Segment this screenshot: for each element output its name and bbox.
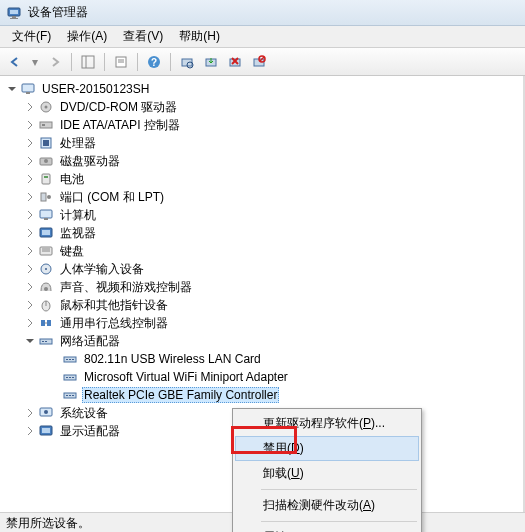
tree-category-label: 通用串行总线控制器 xyxy=(58,314,170,333)
ctx-scan[interactable]: 扫描检测硬件改动(A) xyxy=(235,493,419,518)
svg-rect-50 xyxy=(42,341,44,342)
svg-rect-20 xyxy=(22,84,34,92)
expand-icon[interactable] xyxy=(24,173,36,185)
expand-icon[interactable] xyxy=(24,281,36,293)
status-text: 禁用所选设备。 xyxy=(6,516,90,530)
scan-hardware-button[interactable] xyxy=(176,51,198,73)
ctx-properties[interactable]: 属性(R) xyxy=(235,525,419,532)
category-icon xyxy=(38,279,54,295)
expand-icon[interactable] xyxy=(24,191,36,203)
tree-category-label: IDE ATA/ATAPI 控制器 xyxy=(58,116,182,135)
category-icon xyxy=(38,153,54,169)
tree-category[interactable]: DVD/CD-ROM 驱动器 xyxy=(2,98,521,116)
tree-spacer xyxy=(48,371,60,383)
svg-rect-34 xyxy=(40,210,52,218)
tree-device[interactable]: Microsoft Virtual WiFi Miniport Adapter xyxy=(2,368,521,386)
tree-category[interactable]: 人体学输入设备 xyxy=(2,260,521,278)
tree-device-label: 802.11n USB Wireless LAN Card xyxy=(82,351,263,367)
svg-point-33 xyxy=(47,195,51,199)
app-icon xyxy=(6,5,22,21)
svg-point-23 xyxy=(45,106,48,109)
tree-root[interactable]: USER-20150123SH xyxy=(2,80,521,98)
network-adapter-icon xyxy=(62,351,78,367)
expand-icon[interactable] xyxy=(24,119,36,131)
svg-rect-21 xyxy=(26,92,30,94)
properties-button[interactable] xyxy=(110,51,132,73)
tree-category-label: 声音、视频和游戏控制器 xyxy=(58,278,194,297)
tree-category-network[interactable]: 网络适配器 xyxy=(2,332,521,350)
uninstall-button[interactable] xyxy=(224,51,246,73)
expand-icon[interactable] xyxy=(24,245,36,257)
expand-icon[interactable] xyxy=(24,425,36,437)
tree-category[interactable]: 磁盘驱动器 xyxy=(2,152,521,170)
tree-category-label: 处理器 xyxy=(58,134,98,153)
console-tree-button[interactable] xyxy=(77,51,99,73)
computer-icon xyxy=(20,81,36,97)
category-icon xyxy=(38,315,54,331)
category-icon xyxy=(38,225,54,241)
tree-device-label: Microsoft Virtual WiFi Miniport Adapter xyxy=(82,369,290,385)
svg-rect-1 xyxy=(10,10,18,14)
ctx-disable[interactable]: 禁用(D) xyxy=(235,436,419,461)
ctx-separator xyxy=(261,521,417,522)
tree-spacer xyxy=(48,389,60,401)
ctx-uninstall[interactable]: 卸载(U) xyxy=(235,461,419,486)
expand-icon[interactable] xyxy=(24,317,36,329)
menu-action[interactable]: 操作(A) xyxy=(59,26,115,47)
tree-category-label: DVD/CD-ROM 驱动器 xyxy=(58,98,179,117)
expand-icon[interactable] xyxy=(24,227,36,239)
expand-icon[interactable] xyxy=(24,101,36,113)
tree-category[interactable]: 声音、视频和游戏控制器 xyxy=(2,278,521,296)
expand-icon[interactable] xyxy=(24,299,36,311)
collapse-icon[interactable] xyxy=(6,83,18,95)
update-driver-button[interactable] xyxy=(200,51,222,73)
disable-button[interactable] xyxy=(248,51,270,73)
category-icon xyxy=(38,423,54,439)
svg-rect-25 xyxy=(42,124,45,126)
category-icon xyxy=(38,135,54,151)
tree-category[interactable]: 端口 (COM 和 LPT) xyxy=(2,188,521,206)
svg-text:?: ? xyxy=(151,57,157,68)
expand-icon[interactable] xyxy=(24,155,36,167)
tree-category[interactable]: 处理器 xyxy=(2,134,521,152)
tree-category[interactable]: 计算机 xyxy=(2,206,521,224)
svg-rect-3 xyxy=(10,18,18,19)
help-button[interactable]: ? xyxy=(143,51,165,73)
expand-icon[interactable] xyxy=(24,263,36,275)
tree-category-label: 计算机 xyxy=(58,206,98,225)
category-icon xyxy=(38,207,54,223)
back-dropdown[interactable]: ▾ xyxy=(28,51,42,73)
menu-file[interactable]: 文件(F) xyxy=(4,26,59,47)
svg-rect-54 xyxy=(69,359,71,360)
toolbar: ▾ ? xyxy=(0,48,525,76)
back-button[interactable] xyxy=(4,51,26,73)
svg-rect-63 xyxy=(72,395,74,396)
menu-help[interactable]: 帮助(H) xyxy=(171,26,228,47)
svg-rect-57 xyxy=(66,377,68,378)
svg-rect-32 xyxy=(41,193,46,201)
ctx-update-driver[interactable]: 更新驱动程序软件(P)... xyxy=(235,411,419,436)
expand-icon[interactable] xyxy=(24,407,36,419)
svg-rect-53 xyxy=(66,359,68,360)
tree-category-label: 键盘 xyxy=(58,242,86,261)
svg-rect-58 xyxy=(69,377,71,378)
tree-category[interactable]: 鼠标和其他指针设备 xyxy=(2,296,521,314)
svg-rect-51 xyxy=(45,341,47,342)
svg-point-65 xyxy=(44,410,48,414)
svg-rect-2 xyxy=(12,16,16,18)
tree-category[interactable]: 键盘 xyxy=(2,242,521,260)
tree-device[interactable]: Realtek PCIe GBE Family Controller xyxy=(2,386,521,404)
expand-icon[interactable] xyxy=(24,209,36,221)
tree-category[interactable]: 电池 xyxy=(2,170,521,188)
tree-category[interactable]: 通用串行总线控制器 xyxy=(2,314,521,332)
tree-category[interactable]: 监视器 xyxy=(2,224,521,242)
collapse-icon[interactable] xyxy=(24,335,36,347)
tree-category[interactable]: IDE ATA/ATAPI 控制器 xyxy=(2,116,521,134)
tree-device[interactable]: 802.11n USB Wireless LAN Card xyxy=(2,350,521,368)
forward-button[interactable] xyxy=(44,51,66,73)
expand-icon[interactable] xyxy=(24,137,36,149)
svg-rect-31 xyxy=(44,176,48,178)
ctx-separator xyxy=(261,489,417,490)
tree-spacer xyxy=(48,353,60,365)
menu-view[interactable]: 查看(V) xyxy=(115,26,171,47)
